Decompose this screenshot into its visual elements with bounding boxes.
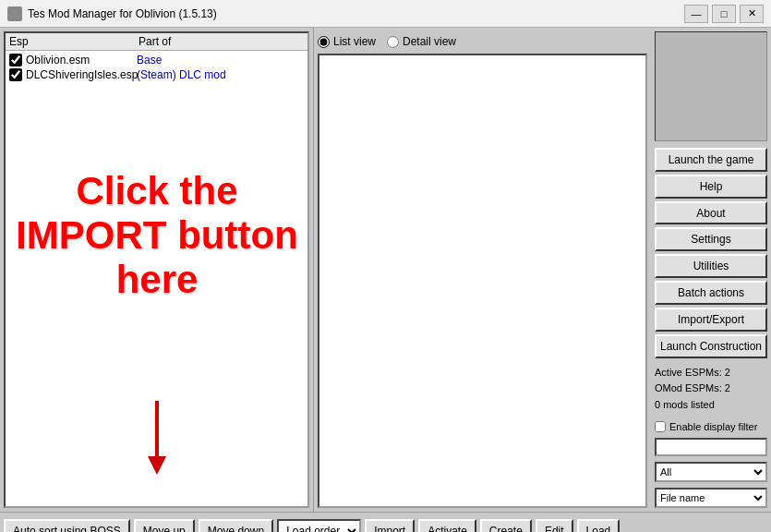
detail-view-option[interactable]: Detail view [387,35,456,48]
stat-mods-listed: 0 mods listed [655,397,767,414]
activate-button[interactable]: Activate [418,519,476,533]
title-bar-left: Tes Mod Manager for Oblivion (1.5.13) [7,6,217,21]
view-options: List view Detail view [318,31,647,52]
esp-list-body: Oblivion.esm Base DLCShiveringIsles.esp … [6,51,307,84]
left-panel: Esp Part of Oblivion.esm Base DLCShiveri… [0,28,314,512]
esp-part-dlc: (Steam) DLC mod [137,68,226,81]
title-bar-controls: — □ ✕ [684,5,764,23]
app-icon [7,6,22,21]
esp-name-dlc: DLCShiveringIsles.esp [26,68,137,81]
bottom-toolbar: Auto sort using BOSS Move up Move down L… [0,512,771,532]
edit-button[interactable]: Edit [536,519,573,533]
create-button[interactable]: Create [480,519,532,533]
esp-checkbox-dlc[interactable] [9,68,22,81]
enable-filter-checkbox[interactable] [655,421,666,432]
auto-sort-button[interactable]: Auto sort using BOSS [4,519,130,533]
list-view-radio[interactable] [318,36,330,48]
filter-label: Enable display filter [669,421,757,432]
part-of-col-header: Part of [139,35,171,48]
table-row[interactable]: Oblivion.esm Base [7,53,306,67]
main-content: Esp Part of Oblivion.esm Base DLCShiveri… [0,28,771,512]
list-view-option[interactable]: List view [318,35,376,48]
title-bar: Tes Mod Manager for Oblivion (1.5.13) — … [0,0,771,28]
load-order-select[interactable]: Load order [277,519,361,533]
esp-col-header: Esp [9,35,139,48]
detail-view-label: Detail view [403,35,456,48]
list-view-label: List view [333,35,376,48]
maximize-button[interactable]: □ [712,5,736,23]
move-up-button[interactable]: Move up [134,519,195,533]
center-panel: List view Detail view [314,28,651,512]
detail-view-radio[interactable] [387,36,399,48]
right-top-image-area [655,31,767,141]
move-down-button[interactable]: Move down [199,519,273,533]
esp-name-oblivion: Oblivion.esm [26,54,137,66]
stat-omod-espms: OMod ESPMs: 2 [655,381,767,397]
table-row[interactable]: DLCShiveringIsles.esp (Steam) DLC mod [7,67,306,82]
help-button[interactable]: Help [655,175,767,199]
detail-view-area [318,54,647,508]
filter-input[interactable] [655,438,767,456]
esp-list-container: Esp Part of Oblivion.esm Base DLCShiveri… [4,31,309,508]
filter-row: Enable display filter [655,421,767,432]
filter-all-select[interactable]: All [655,462,767,482]
utilities-button[interactable]: Utilities [655,254,767,278]
launch-game-button[interactable]: Launch the game [655,148,767,172]
batch-actions-button[interactable]: Batch actions [655,281,767,305]
right-panel: Launch the game Help About Settings Util… [651,28,771,512]
esp-part-oblivion: Base [137,54,162,66]
close-button[interactable]: ✕ [740,5,764,23]
esp-checkbox-oblivion[interactable] [9,54,22,66]
esp-list-header: Esp Part of [6,33,307,51]
minimize-button[interactable]: — [684,5,708,23]
launch-construction-button[interactable]: Launch Construction [655,334,767,358]
title-bar-text: Tes Mod Manager for Oblivion (1.5.13) [28,7,217,20]
settings-button[interactable]: Settings [655,227,767,251]
filter-filename-select[interactable]: File name [655,488,767,508]
load-button[interactable]: Load [577,519,620,533]
stat-active-espms: Active ESPMs: 2 [655,365,767,381]
about-button[interactable]: About [655,201,767,225]
import-button[interactable]: Import [365,519,415,533]
stats-area: Active ESPMs: 2 OMod ESPMs: 2 0 mods lis… [655,365,767,414]
import-export-button[interactable]: Import/Export [655,308,767,332]
